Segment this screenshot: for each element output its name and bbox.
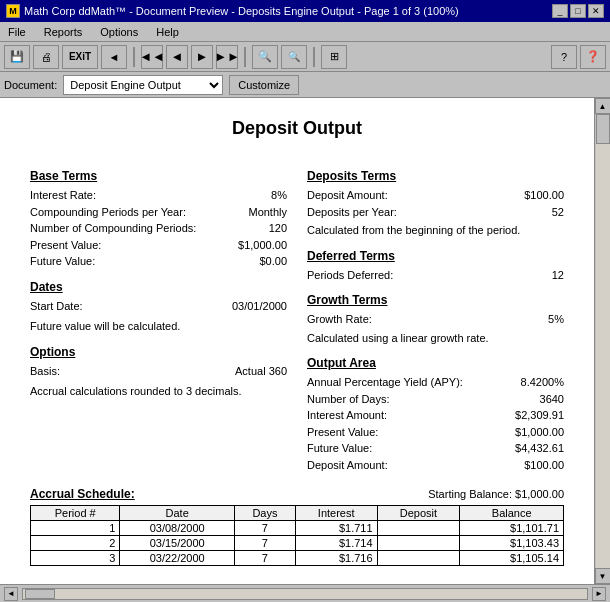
document-select[interactable]: Deposit Engine Output — [63, 75, 223, 95]
window-title: Math Corp ddMath™ - Document Preview - D… — [24, 5, 459, 17]
periods-deferred-value: 12 — [484, 267, 564, 284]
output-deposit-label: Deposit Amount: — [307, 457, 388, 474]
last-page-button[interactable]: ►► — [216, 45, 238, 69]
cell-days: 7 — [234, 536, 295, 551]
menu-options[interactable]: Options — [96, 25, 142, 39]
zoom-out-button[interactable]: 🔍 — [281, 45, 307, 69]
present-value-value: $1,000.00 — [207, 237, 287, 254]
compounding-value: Monthly — [207, 204, 287, 221]
cell-days: 7 — [234, 551, 295, 566]
prev-page-button[interactable]: ◄ — [166, 45, 188, 69]
output-fv-row: Future Value: $4,432.61 — [307, 440, 564, 457]
cell-period: 3 — [31, 551, 120, 566]
exit-button[interactable]: EXiT — [62, 45, 98, 69]
accrual-table: Period # Date Days Interest Deposit Bala… — [30, 505, 564, 566]
next-page-button[interactable]: ► — [191, 45, 213, 69]
num-compounding-value: 120 — [207, 220, 287, 237]
title-bar: M Math Corp ddMath™ - Document Preview -… — [0, 0, 610, 22]
cell-date: 03/22/2000 — [120, 551, 235, 566]
col-date: Date — [120, 506, 235, 521]
table-row: 103/08/20007$1.711$1,101.71 — [31, 521, 564, 536]
future-value-label: Future Value: — [30, 253, 95, 270]
growth-rate-row: Growth Rate: 5% — [307, 311, 564, 328]
apy-row: Annual Percentage Yield (APY): 8.4200% — [307, 374, 564, 391]
menu-help[interactable]: Help — [152, 25, 183, 39]
deposits-terms-title: Deposits Terms — [307, 169, 564, 183]
deposits-calc-note: Calculated from the beginning of the per… — [307, 222, 564, 239]
cell-date: 03/08/2000 — [120, 521, 235, 536]
save-button[interactable]: 💾 — [4, 45, 30, 69]
output-deposit-value: $100.00 — [484, 457, 564, 474]
deposits-per-year-row: Deposits per Year: 52 — [307, 204, 564, 221]
question-button[interactable]: ❓ — [580, 45, 606, 69]
cell-interest: $1.716 — [295, 551, 377, 566]
cell-interest: $1.714 — [295, 536, 377, 551]
num-days-label: Number of Days: — [307, 391, 390, 408]
dates-note: Future value will be calculated. — [30, 318, 287, 335]
output-pv-value: $1,000.00 — [484, 424, 564, 441]
present-value-label: Present Value: — [30, 237, 101, 254]
content-wrapper: Deposit Output Base Terms Interest Rate:… — [0, 98, 610, 584]
status-bar: ◄ ► — [0, 584, 610, 602]
cell-deposit — [377, 551, 460, 566]
col-balance: Balance — [460, 506, 564, 521]
status-scrollbar[interactable] — [22, 588, 588, 600]
cell-balance: $1,101.71 — [460, 521, 564, 536]
start-date-row: Start Date: 03/01/2000 — [30, 298, 287, 315]
starting-balance: Starting Balance: $1,000.00 — [428, 488, 564, 500]
dates-title: Dates — [30, 280, 287, 294]
document-content: Deposit Output Base Terms Interest Rate:… — [0, 98, 594, 584]
cell-period: 2 — [31, 536, 120, 551]
table-row: 303/22/20007$1.716$1,105.14 — [31, 551, 564, 566]
accrual-title: Accrual Schedule: — [30, 487, 135, 501]
minimize-button[interactable]: _ — [552, 4, 568, 18]
fit-button[interactable]: ⊞ — [321, 45, 347, 69]
output-deposit-row: Deposit Amount: $100.00 — [307, 457, 564, 474]
apy-label: Annual Percentage Yield (APY): — [307, 374, 463, 391]
menu-reports[interactable]: Reports — [40, 25, 87, 39]
maximize-button[interactable]: □ — [570, 4, 586, 18]
cell-days: 7 — [234, 521, 295, 536]
num-days-value: 3640 — [484, 391, 564, 408]
start-date-label: Start Date: — [30, 298, 83, 315]
col-days: Days — [234, 506, 295, 521]
periods-deferred-label: Periods Deferred: — [307, 267, 393, 284]
start-date-value: 03/01/2000 — [207, 298, 287, 315]
num-compounding-label: Number of Compounding Periods: — [30, 220, 196, 237]
scroll-thumb[interactable] — [596, 114, 610, 144]
cell-date: 03/15/2000 — [120, 536, 235, 551]
app-icon: M — [6, 4, 20, 18]
menu-file[interactable]: File — [4, 25, 30, 39]
col-period: Period # — [31, 506, 120, 521]
deposits-per-year-label: Deposits per Year: — [307, 204, 397, 221]
first-page-button[interactable]: ◄◄ — [141, 45, 163, 69]
customize-button[interactable]: Customize — [229, 75, 299, 95]
output-area-title: Output Area — [307, 356, 564, 370]
output-pv-label: Present Value: — [307, 424, 378, 441]
col-deposit: Deposit — [377, 506, 460, 521]
starting-balance-value: $1,000.00 — [515, 488, 564, 500]
help-icon-button[interactable]: ? — [551, 45, 577, 69]
print-button[interactable]: 🖨 — [33, 45, 59, 69]
status-scroll-right[interactable]: ► — [592, 587, 606, 601]
status-scroll-left[interactable]: ◄ — [4, 587, 18, 601]
close-button[interactable]: ✕ — [588, 4, 604, 18]
growth-rate-label: Growth Rate: — [307, 311, 372, 328]
table-row: 203/15/20007$1.714$1,103.43 — [31, 536, 564, 551]
back-button[interactable]: ◄ — [101, 45, 127, 69]
cell-deposit — [377, 536, 460, 551]
interest-rate-row: Interest Rate: 8% — [30, 187, 287, 204]
growth-terms-title: Growth Terms — [307, 293, 564, 307]
scroll-down-button[interactable]: ▼ — [595, 568, 611, 584]
compounding-label: Compounding Periods per Year: — [30, 204, 186, 221]
zoom-in-button[interactable]: 🔍 — [252, 45, 278, 69]
deposit-amount-label: Deposit Amount: — [307, 187, 388, 204]
vertical-scrollbar[interactable]: ▲ ▼ — [594, 98, 610, 584]
starting-balance-label: Starting Balance: — [428, 488, 512, 500]
doc-bar: Document: Deposit Engine Output Customiz… — [0, 72, 610, 98]
cell-period: 1 — [31, 521, 120, 536]
deposits-per-year-value: 52 — [484, 204, 564, 221]
deposit-amount-value: $100.00 — [484, 187, 564, 204]
scroll-up-button[interactable]: ▲ — [595, 98, 611, 114]
num-compounding-row: Number of Compounding Periods: 120 — [30, 220, 287, 237]
